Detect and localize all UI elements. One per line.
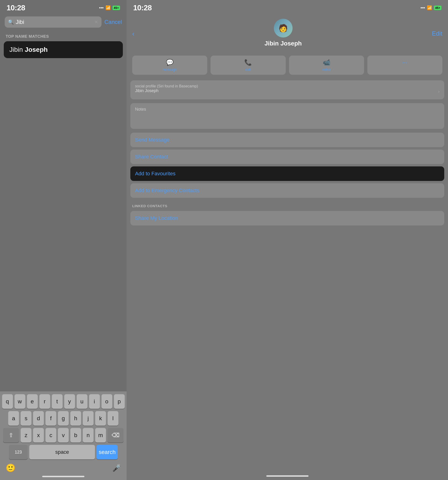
more-icon: ··· bbox=[402, 59, 407, 66]
social-profile-section: social profile (Siri found in Basecamp) … bbox=[130, 80, 444, 99]
wifi-icon: 📶 bbox=[106, 5, 111, 10]
contact-first: Jibin bbox=[9, 46, 23, 53]
key-w[interactable]: w bbox=[14, 394, 25, 409]
search-icon: 🔍 bbox=[8, 19, 14, 25]
key-123[interactable]: 123 bbox=[9, 445, 28, 459]
key-v[interactable]: v bbox=[58, 428, 69, 443]
key-q[interactable]: q bbox=[2, 394, 13, 409]
left-status-icons: ▪▪▪ 📶 45+ bbox=[99, 5, 120, 10]
more-button[interactable]: ··· bbox=[367, 56, 442, 75]
contact-header: 🧑 Jibin Joseph bbox=[264, 16, 302, 51]
key-a[interactable]: a bbox=[8, 411, 19, 426]
contact-last: Joseph bbox=[25, 46, 48, 53]
key-f[interactable]: f bbox=[45, 411, 56, 426]
share-contact-label: Share Contact bbox=[135, 154, 168, 160]
search-input[interactable] bbox=[16, 19, 92, 25]
signal-icon: ▪▪▪ bbox=[99, 5, 104, 10]
right-time: 10:28 bbox=[133, 4, 152, 12]
key-e[interactable]: e bbox=[27, 394, 38, 409]
right-battery-badge: 45+ bbox=[434, 6, 441, 10]
social-value: Jibin Joseph bbox=[135, 88, 440, 93]
key-o[interactable]: o bbox=[101, 394, 112, 409]
send-message-label: Send Message bbox=[135, 137, 170, 143]
message-icon: 💬 bbox=[166, 59, 173, 66]
back-button[interactable]: ‹ bbox=[132, 30, 134, 37]
linked-contacts-label: LINKED CONTACTS bbox=[132, 204, 167, 208]
key-p[interactable]: p bbox=[114, 394, 125, 409]
clear-icon[interactable]: ✕ bbox=[94, 19, 98, 25]
key-c[interactable]: c bbox=[45, 428, 56, 443]
contact-result[interactable]: Jibin Joseph bbox=[4, 41, 123, 58]
cancel-button[interactable]: Cancel bbox=[104, 19, 122, 25]
key-h[interactable]: h bbox=[70, 411, 81, 426]
key-j[interactable]: j bbox=[83, 411, 93, 426]
message-button[interactable]: 💬 message bbox=[132, 56, 207, 75]
social-label: social profile (Siri found in Basecamp) bbox=[135, 84, 440, 88]
right-wifi-icon: 📶 bbox=[427, 5, 432, 10]
key-s[interactable]: s bbox=[21, 411, 31, 426]
key-g[interactable]: g bbox=[58, 411, 69, 426]
key-x[interactable]: x bbox=[33, 428, 44, 443]
left-panel: 10:28 ▪▪▪ 📶 45+ 🔍 ✕ Cancel TOP NAME MATC… bbox=[0, 0, 127, 480]
key-n[interactable]: n bbox=[83, 428, 93, 443]
key-r[interactable]: r bbox=[39, 394, 50, 409]
key-search[interactable]: search bbox=[97, 445, 118, 459]
key-d[interactable]: d bbox=[33, 411, 44, 426]
key-b[interactable]: b bbox=[70, 428, 81, 443]
send-message-item[interactable]: Send Message bbox=[130, 133, 444, 147]
action-buttons-row: 💬 message 📞 call 📹 video ··· bbox=[127, 53, 448, 78]
left-status-bar: 10:28 ▪▪▪ 📶 45+ bbox=[0, 0, 127, 14]
key-k[interactable]: k bbox=[95, 411, 106, 426]
key-i[interactable]: i bbox=[89, 394, 100, 409]
chevron-icon: › bbox=[438, 89, 440, 94]
right-signal-icon: ▪▪▪ bbox=[420, 5, 425, 10]
avatar-icon: 🧑 bbox=[278, 24, 288, 33]
linked-contacts-section: LINKED CONTACTS bbox=[127, 202, 448, 209]
add-favourites-label: Add to Favourites bbox=[135, 171, 175, 176]
key-backspace[interactable]: ⌫ bbox=[108, 428, 124, 443]
home-indicator-right bbox=[266, 475, 308, 477]
home-indicator-left bbox=[42, 476, 84, 477]
keyboard-area: q w e r t y u i o p a s d f g h j k l ⇧ … bbox=[0, 391, 127, 480]
add-favourites-item[interactable]: Add to Favourites bbox=[130, 166, 444, 181]
share-location-item[interactable]: Share My Location bbox=[130, 211, 444, 226]
right-panel: 10:28 ▪▪▪ 📶 45+ ‹ 🧑 Jibin Joseph Edit 💬 … bbox=[127, 0, 448, 480]
keyboard-row-3: ⇧ z x c v b n m ⌫ bbox=[2, 428, 125, 443]
keyboard-row-1: q w e r t y u i o p bbox=[2, 394, 125, 409]
call-button[interactable]: 📞 call bbox=[211, 56, 285, 75]
key-t[interactable]: t bbox=[52, 394, 63, 409]
video-label: video bbox=[322, 68, 331, 71]
keyboard-row-4: 123 space search bbox=[2, 445, 125, 459]
avatar: 🧑 bbox=[274, 19, 292, 37]
share-contact-item[interactable]: Share Contact bbox=[130, 149, 444, 164]
call-icon: 📞 bbox=[244, 59, 252, 66]
battery-badge: 45+ bbox=[113, 6, 120, 10]
action-list-section: Send Message Share Contact Add to Favour… bbox=[130, 133, 444, 200]
video-button[interactable]: 📹 video bbox=[289, 56, 364, 75]
edit-button[interactable]: Edit bbox=[432, 30, 442, 37]
search-bar-row: 🔍 ✕ Cancel bbox=[0, 14, 127, 30]
right-status-icons: ▪▪▪ 📶 45+ bbox=[420, 5, 441, 10]
share-location-label: Share My Location bbox=[135, 215, 178, 221]
key-y[interactable]: y bbox=[64, 394, 75, 409]
contact-result-name: Jibin Joseph bbox=[9, 46, 48, 53]
notes-section: Notes bbox=[130, 103, 444, 129]
microphone-icon[interactable]: 🎤 bbox=[112, 464, 121, 472]
key-m[interactable]: m bbox=[95, 428, 106, 443]
key-shift[interactable]: ⇧ bbox=[3, 428, 19, 443]
add-emergency-item[interactable]: Add to Emergency Contacts bbox=[130, 183, 444, 198]
keyboard-bottom-row: 🙂 🎤 bbox=[2, 462, 125, 474]
video-icon: 📹 bbox=[323, 59, 330, 66]
add-emergency-label: Add to Emergency Contacts bbox=[135, 188, 199, 193]
key-space[interactable]: space bbox=[29, 445, 95, 459]
key-l[interactable]: l bbox=[108, 411, 118, 426]
search-input-wrap[interactable]: 🔍 ✕ bbox=[5, 16, 101, 28]
key-u[interactable]: u bbox=[77, 394, 87, 409]
emoji-icon[interactable]: 🙂 bbox=[6, 463, 15, 473]
key-z[interactable]: z bbox=[21, 428, 31, 443]
contact-name: Jibin Joseph bbox=[264, 40, 302, 47]
left-time: 10:28 bbox=[7, 4, 25, 12]
keyboard-row-2: a s d f g h j k l bbox=[2, 411, 125, 426]
right-nav: ‹ 🧑 Jibin Joseph Edit bbox=[127, 14, 448, 53]
social-profile-row: social profile (Siri found in Basecamp) … bbox=[135, 84, 440, 96]
